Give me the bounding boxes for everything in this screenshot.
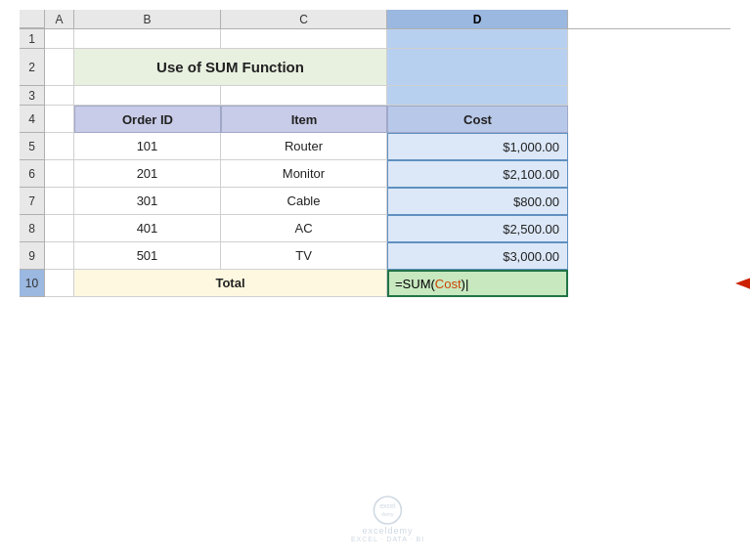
watermark-tagline: EXCEL · DATA · BI (351, 536, 424, 542)
spreadsheet-body: 1 2 3 4 5 6 7 8 9 10 Use of SUM Function (20, 29, 730, 550)
cell-b9[interactable]: 501 (74, 242, 221, 270)
cell-d4-cost[interactable]: Cost (387, 106, 568, 133)
row-header-4[interactable]: 4 (20, 106, 45, 133)
cell-d2[interactable] (387, 49, 568, 86)
arrow-icon (735, 272, 750, 295)
column-headers: A B C D (20, 10, 730, 29)
cell-a4[interactable] (45, 106, 74, 133)
col-header-c[interactable]: C (221, 10, 387, 28)
arrow-indicator (735, 272, 750, 295)
row-3 (45, 86, 730, 106)
svg-text:demy: demy (381, 511, 394, 517)
cell-c3[interactable] (221, 86, 387, 106)
cell-d10-formula[interactable]: =SUM(Cost)| (387, 270, 568, 297)
cell-a1[interactable] (45, 29, 74, 49)
row-headers: 1 2 3 4 5 6 7 8 9 10 (20, 29, 45, 550)
cell-d9[interactable]: $3,000.00 (387, 242, 568, 270)
col-header-a[interactable]: A (45, 10, 74, 28)
cell-d7[interactable]: $800.00 (387, 188, 568, 215)
row-header-2[interactable]: 2 (20, 49, 45, 86)
cell-d5[interactable]: $1,000.00 (387, 133, 568, 160)
svg-point-1 (374, 496, 401, 524)
row-header-10[interactable]: 10 (20, 270, 45, 297)
cell-c8[interactable]: AC (221, 215, 387, 242)
col-header-b[interactable]: B (74, 10, 221, 28)
col-header-d[interactable]: D (387, 10, 568, 28)
formula-arg-text: Cost (435, 277, 462, 291)
cell-a9[interactable] (45, 242, 74, 270)
cell-c4-item[interactable]: Item (221, 106, 387, 133)
row-header-1[interactable]: 1 (20, 29, 45, 49)
grid-area: Use of SUM Function Order ID Item Cost (45, 29, 730, 550)
row-4-headers: Order ID Item Cost (45, 106, 730, 133)
row-7: 301 Cable $800.00 (45, 188, 730, 215)
row-8: 401 AC $2,500.00 (45, 215, 730, 242)
cell-a7[interactable] (45, 188, 74, 215)
watermark-logo-icon: excel demy (372, 495, 403, 526)
cell-d8[interactable]: $2,500.00 (387, 215, 568, 242)
row-5: 101 Router $1,000.00 (45, 133, 730, 160)
cell-a6[interactable] (45, 160, 74, 188)
cell-b5[interactable]: 101 (74, 133, 221, 160)
cell-b1[interactable] (74, 29, 221, 49)
row-header-5[interactable]: 5 (20, 133, 45, 160)
row-10-total: Total =SUM(Cost)| (45, 270, 730, 297)
cell-b6[interactable]: 201 (74, 160, 221, 188)
row-header-6[interactable]: 6 (20, 160, 45, 188)
cell-b4-order-id[interactable]: Order ID (74, 106, 221, 133)
row-header-7[interactable]: 7 (20, 188, 45, 215)
cell-c9[interactable]: TV (221, 242, 387, 270)
cell-b7[interactable]: 301 (74, 188, 221, 215)
row-9: 501 TV $3,000.00 (45, 242, 730, 270)
cell-b3[interactable] (74, 86, 221, 106)
cell-d3[interactable] (387, 86, 568, 106)
cell-c7[interactable]: Cable (221, 188, 387, 215)
cell-c1[interactable] (221, 29, 387, 49)
watermark: excel demy exceldemy EXCEL · DATA · BI (351, 495, 424, 542)
row-1 (45, 29, 730, 49)
cell-b2-title[interactable]: Use of SUM Function (74, 49, 387, 86)
row-6: 201 Monitor $2,100.00 (45, 160, 730, 188)
row-2: Use of SUM Function (45, 49, 730, 86)
cell-c5[interactable]: Router (221, 133, 387, 160)
row-header-3[interactable]: 3 (20, 86, 45, 106)
cell-b8[interactable]: 401 (74, 215, 221, 242)
corner-cell (20, 10, 45, 28)
row-header-9[interactable]: 9 (20, 242, 45, 270)
cell-c6[interactable]: Monitor (221, 160, 387, 188)
cell-b10-total[interactable]: Total (74, 270, 387, 297)
spreadsheet-container: A B C D 1 2 3 4 5 6 7 8 9 10 (0, 0, 750, 560)
cell-a3[interactable] (45, 86, 74, 106)
cell-a2[interactable] (45, 49, 74, 86)
watermark-name: exceldemy (362, 526, 413, 536)
cell-d1[interactable] (387, 29, 568, 49)
row-header-8[interactable]: 8 (20, 215, 45, 242)
cell-d6[interactable]: $2,100.00 (387, 160, 568, 188)
cell-a8[interactable] (45, 215, 74, 242)
formula-close-text: )| (462, 277, 469, 291)
formula-sum-text: =SUM( (395, 277, 435, 291)
cell-a10[interactable] (45, 270, 74, 297)
svg-text:excel: excel (379, 502, 396, 509)
cell-a5[interactable] (45, 133, 74, 160)
